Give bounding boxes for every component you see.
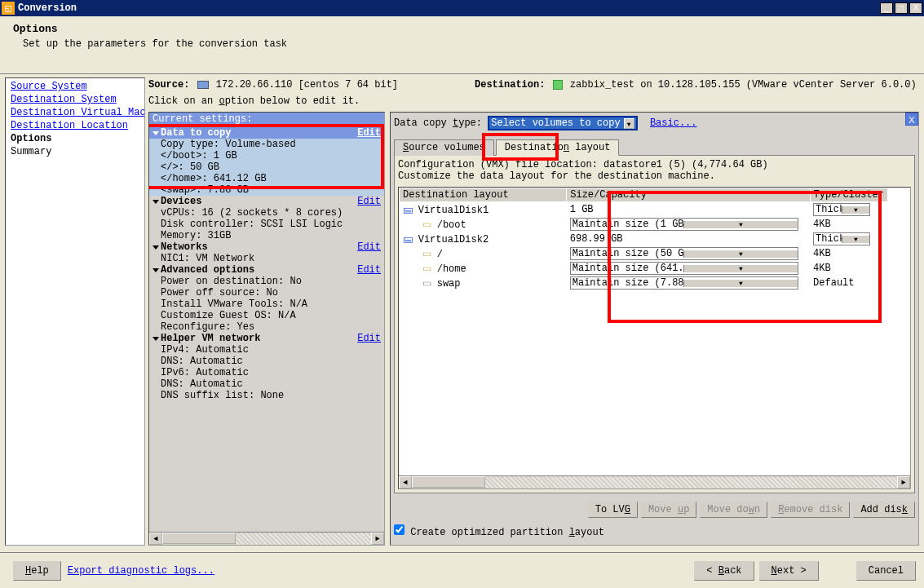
- table-row: ▭ /boot Maintain size (1 GB)▼ 4KB: [400, 217, 888, 232]
- networks-line: NIC1: VM Network: [149, 253, 384, 264]
- chevron-down-icon: [153, 268, 159, 272]
- settings-panel: Current settings: Data to copyEdit Copy …: [148, 112, 385, 546]
- tab-destination-layout[interactable]: Destination layout: [496, 139, 620, 156]
- sidebar-item-destination-vm[interactable]: Destination Virtual Machine: [7, 106, 143, 119]
- sidebar-item-destination-system[interactable]: Destination System: [7, 93, 143, 106]
- size-select[interactable]: Maintain size (1 GB)▼: [570, 218, 798, 231]
- host-icon: [197, 81, 209, 89]
- sidebar-item-source-system[interactable]: Source System: [7, 80, 143, 93]
- col-size[interactable]: Size/Capacity: [567, 188, 810, 202]
- data-line: <swap>: 7.88 GB: [149, 184, 384, 196]
- chevron-down-icon: [153, 337, 159, 341]
- maximize-button[interactable]: □: [895, 2, 908, 14]
- panel-close-icon[interactable]: X: [905, 113, 918, 126]
- advanced-line: Power on destination: No: [149, 276, 384, 287]
- window-title: Conversion: [18, 2, 880, 14]
- source-dest-line: Source: 172.20.66.110 [centos 7 64 bit] …: [148, 77, 919, 92]
- next-button[interactable]: Next >: [759, 561, 819, 581]
- chevron-down-icon: ▼: [624, 118, 634, 129]
- sidebar-item-destination-location[interactable]: Destination Location: [7, 119, 143, 132]
- table-hscroll[interactable]: ◄►: [399, 475, 910, 489]
- table-row: ▭ /home Maintain size (641.12 GB)▼ 4KB: [400, 261, 888, 276]
- optimized-layout-label: Create optimized partition layout: [410, 527, 604, 538]
- helper-line: DNS: Automatic: [149, 356, 384, 367]
- size-select[interactable]: Maintain size (50 GB)▼: [570, 247, 798, 260]
- volume-icon: ▭: [422, 249, 431, 260]
- edit-link-data[interactable]: Edit: [357, 127, 381, 139]
- dest-label: Destination:: [475, 79, 545, 91]
- page-subtitle: Set up the parameters for the conversion…: [23, 38, 911, 50]
- edit-link-advanced[interactable]: Edit: [357, 264, 381, 276]
- minimize-button[interactable]: _: [880, 2, 893, 14]
- devices-line: vCPUs: 16 (2 sockets * 8 cores): [149, 207, 384, 219]
- devices-line: Disk controller: SCSI LSI Logic: [149, 219, 384, 230]
- titlebar: ◱ Conversion _ □ X: [0, 0, 924, 16]
- section-advanced[interactable]: Advanced optionsEdit: [149, 264, 384, 276]
- helper-line: DNS: Automatic: [149, 378, 384, 390]
- table-row: ▭ swap Maintain size (7.88 GB)▼ Default: [400, 276, 888, 290]
- swap-icon: ▭: [422, 278, 431, 290]
- source-label: Source:: [148, 79, 189, 91]
- move-up-button[interactable]: Move up: [641, 502, 696, 518]
- data-line: </home>: 641.12 GB: [149, 173, 384, 184]
- helper-line: IPv4: Automatic: [149, 344, 384, 356]
- helper-line: DNS suffix list: None: [149, 390, 384, 401]
- copy-type-label: Data copy type:: [394, 117, 482, 129]
- to-lvg-button[interactable]: To LVG: [588, 502, 638, 518]
- settings-hscroll[interactable]: ◄►: [149, 532, 384, 545]
- move-down-button[interactable]: Move down: [700, 502, 767, 518]
- advanced-line: Customize Guest OS: N/A: [149, 310, 384, 321]
- settings-header: Current settings:: [149, 113, 384, 126]
- export-logs-link[interactable]: Export diagnostic logs...: [68, 565, 214, 577]
- disk-icon: 🖴: [403, 234, 413, 245]
- config-file-line: Configuration (VMX) file location: datas…: [398, 159, 911, 170]
- chevron-down-icon: [153, 131, 159, 135]
- copy-type-select[interactable]: Select volumes to copy▼: [488, 116, 637, 130]
- cancel-button[interactable]: Cancel: [856, 561, 916, 581]
- close-button[interactable]: X: [909, 2, 922, 14]
- advanced-line: Power off source: No: [149, 287, 384, 298]
- section-data-to-copy[interactable]: Data to copyEdit: [149, 127, 384, 139]
- advanced-line: Reconfigure: Yes: [149, 321, 384, 333]
- page-title: Options: [13, 23, 911, 35]
- app-icon: ◱: [2, 2, 15, 15]
- data-line: </>: 50 GB: [149, 161, 384, 173]
- edit-link-helper[interactable]: Edit: [357, 333, 381, 344]
- basic-link[interactable]: Basic...: [650, 117, 697, 129]
- page-header: Options Set up the parameters for the co…: [0, 16, 924, 58]
- back-button[interactable]: < Back: [694, 561, 754, 581]
- source-value: 172.20.66.110 [centos 7 64 bit]: [216, 79, 398, 91]
- footer-bar: Help Export diagnostic logs... < Back Ne…: [0, 552, 924, 588]
- type-select[interactable]: Thick▼: [813, 232, 870, 245]
- col-type[interactable]: Type/Cluster: [810, 188, 887, 202]
- optimized-layout-checkbox[interactable]: [394, 524, 405, 535]
- help-button[interactable]: Help: [13, 561, 61, 581]
- remove-disk-button[interactable]: Remove disk: [771, 502, 850, 518]
- sidebar-item-summary[interactable]: Summary: [7, 145, 143, 158]
- section-networks[interactable]: NetworksEdit: [149, 241, 384, 253]
- tab-source-volumes[interactable]: Source volumes: [394, 139, 494, 156]
- customize-line: Customize the data layout for the destin…: [398, 170, 911, 182]
- type-select[interactable]: Thick▼: [813, 203, 870, 216]
- section-devices[interactable]: DevicesEdit: [149, 196, 384, 207]
- edit-instruction: Click on an option below to edit it.: [148, 95, 919, 107]
- size-select[interactable]: Maintain size (641.12 GB)▼: [570, 262, 798, 275]
- size-select[interactable]: Maintain size (7.88 GB)▼: [570, 276, 798, 290]
- helper-line: IPv6: Automatic: [149, 367, 384, 378]
- add-disk-button[interactable]: Add disk: [853, 502, 915, 518]
- data-copy-panel: X Data copy type: Select volumes to copy…: [390, 112, 919, 546]
- wizard-steps-sidebar: Source System Destination System Destina…: [5, 77, 145, 546]
- table-row: 🖴 VirtualDisk1 1 GB Thick▼: [400, 202, 888, 218]
- chevron-down-icon: [153, 245, 159, 250]
- data-line: </boot>: 1 GB: [149, 150, 384, 161]
- chevron-down-icon: [153, 200, 159, 204]
- table-row: ▭ / Maintain size (50 GB)▼ 4KB: [400, 246, 888, 261]
- section-helper-vm[interactable]: Helper VM networkEdit: [149, 333, 384, 344]
- destination-layout-table: Destination layout Size/Capacity Type/Cl…: [398, 187, 911, 489]
- sidebar-item-options[interactable]: Options: [7, 132, 143, 145]
- edit-link-devices[interactable]: Edit: [357, 196, 381, 207]
- disk-icon: 🖴: [403, 205, 413, 216]
- edit-link-networks[interactable]: Edit: [357, 241, 381, 253]
- col-layout[interactable]: Destination layout: [400, 188, 567, 202]
- devices-line: Memory: 31GB: [149, 230, 384, 241]
